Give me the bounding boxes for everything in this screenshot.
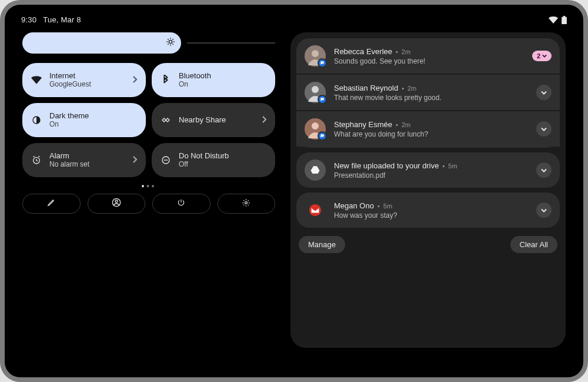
expand-button[interactable] — [536, 85, 552, 100]
svg-point-21 — [312, 122, 319, 129]
dnd-icon — [160, 155, 172, 165]
wifi-status-icon — [549, 16, 558, 24]
nearby-share-icon — [160, 117, 172, 124]
svg-line-5 — [168, 39, 168, 39]
notification-message: What are you doing for lunch? — [334, 130, 528, 138]
notification-item[interactable]: Stephany Esmée • 2m What are you doing f… — [296, 110, 560, 147]
clear-all-button[interactable]: Clear All — [510, 236, 557, 253]
bluetooth-icon — [160, 75, 172, 85]
tile-title: Dark theme — [49, 112, 138, 120]
edit-tiles-button[interactable] — [22, 194, 81, 214]
power-button[interactable] — [152, 194, 211, 214]
tile-nearby-share[interactable]: Nearby Share — [152, 103, 275, 137]
notification-panel: Rebecca Everlee • 2m Sounds good. See yo… — [290, 32, 566, 348]
avatar — [305, 118, 326, 139]
manage-notifications-button[interactable]: Manage — [299, 236, 345, 253]
dark-theme-icon — [31, 115, 42, 125]
tile-title: Internet — [49, 72, 126, 80]
tile-title: Do Not Disturb — [179, 152, 267, 160]
notification-sender: Sebastian Reynold — [334, 84, 398, 92]
quick-settings-panel: Internet GoogleGuest Bluetooth — [22, 32, 275, 348]
gmail-app-icon — [305, 200, 326, 221]
tile-subtitle: Off — [179, 161, 267, 168]
notification-sender: Stephany Esmée — [334, 120, 392, 129]
svg-point-22 — [309, 204, 321, 216]
page-indicator: ●●● — [22, 183, 275, 189]
svg-point-0 — [169, 40, 172, 43]
tile-dark-theme[interactable]: Dark theme On — [22, 103, 146, 137]
messages-app-icon — [318, 131, 327, 141]
notification-message: Sounds good. See you there! — [334, 57, 524, 65]
notification-time: 2m — [402, 121, 410, 128]
notification-item[interactable]: New file uploaded to your drive • 5m Pre… — [296, 152, 560, 188]
notification-item[interactable]: Megan Ono • 5m How was your stay? — [296, 192, 560, 228]
notification-message: That new movie looks pretty good. — [334, 94, 528, 102]
settings-button[interactable] — [218, 194, 276, 214]
notification-time: 5m — [383, 202, 392, 210]
expand-button[interactable] — [536, 162, 552, 178]
notification-message: Presentation.pdf — [334, 171, 528, 180]
tile-title: Nearby Share — [179, 116, 255, 124]
svg-point-17 — [312, 50, 319, 57]
notification-title: New file uploaded to your drive — [334, 161, 439, 170]
chevron-right-icon — [133, 155, 138, 165]
messages-app-icon — [318, 95, 327, 104]
tile-title: Bluetooth — [179, 72, 267, 80]
notification-time: 5m — [448, 162, 457, 170]
notification-message: How was your stay? — [334, 211, 528, 220]
status-time: 9:30 — [21, 15, 36, 24]
brightness-slider-row — [22, 32, 275, 54]
avatar — [305, 82, 326, 103]
svg-line-7 — [168, 44, 168, 44]
notification-sender: Rebecca Everlee — [334, 47, 392, 56]
drive-app-icon — [305, 160, 326, 181]
power-icon — [177, 198, 185, 209]
tile-title: Alarm — [49, 152, 126, 160]
tile-alarm[interactable]: Alarm No alarm set — [22, 143, 146, 177]
pencil-icon — [47, 198, 55, 209]
conversation-group: Rebecca Everlee • 2m Sounds good. See yo… — [296, 38, 560, 148]
tile-internet[interactable]: Internet GoogleGuest — [22, 63, 146, 97]
tile-subtitle: GoogleGuest — [49, 81, 126, 88]
avatar — [305, 45, 326, 67]
chevron-right-icon — [133, 75, 138, 85]
svg-line-6 — [172, 44, 173, 44]
gear-icon — [242, 198, 250, 210]
wifi-icon — [31, 76, 42, 84]
user-switch-button[interactable] — [88, 194, 146, 214]
notification-sender: Megan Ono — [334, 201, 374, 210]
user-icon — [112, 198, 121, 210]
chevron-right-icon — [262, 115, 267, 125]
brightness-icon — [166, 37, 175, 49]
svg-point-19 — [312, 86, 319, 93]
tile-subtitle: On — [179, 81, 267, 88]
notification-item[interactable]: Rebecca Everlee • 2m Sounds good. See yo… — [296, 38, 560, 74]
svg-line-8 — [172, 39, 173, 39]
brightness-track[interactable] — [187, 42, 275, 44]
notification-item[interactable]: Sebastian Reynold • 2m That new movie lo… — [296, 74, 560, 110]
tile-subtitle: On — [49, 121, 138, 128]
svg-point-15 — [245, 201, 248, 204]
tile-bluetooth[interactable]: Bluetooth On — [152, 63, 275, 97]
messages-app-icon — [318, 58, 327, 68]
battery-status-icon — [562, 16, 567, 24]
tile-subtitle: No alarm set — [49, 161, 126, 168]
tile-do-not-disturb[interactable]: Do Not Disturb Off — [152, 143, 275, 177]
svg-point-14 — [115, 200, 118, 202]
brightness-slider[interactable] — [22, 32, 181, 54]
notification-time: 2m — [402, 48, 410, 55]
alarm-icon — [31, 155, 42, 165]
expand-button[interactable] — [536, 121, 552, 137]
expand-button[interactable] — [536, 202, 552, 218]
notification-count-badge[interactable]: 2 — [532, 51, 552, 61]
status-bar: 9:30 Tue, Mar 8 — [5, 5, 583, 28]
notification-time: 2m — [407, 85, 416, 92]
status-date: Tue, Mar 8 — [43, 15, 81, 24]
